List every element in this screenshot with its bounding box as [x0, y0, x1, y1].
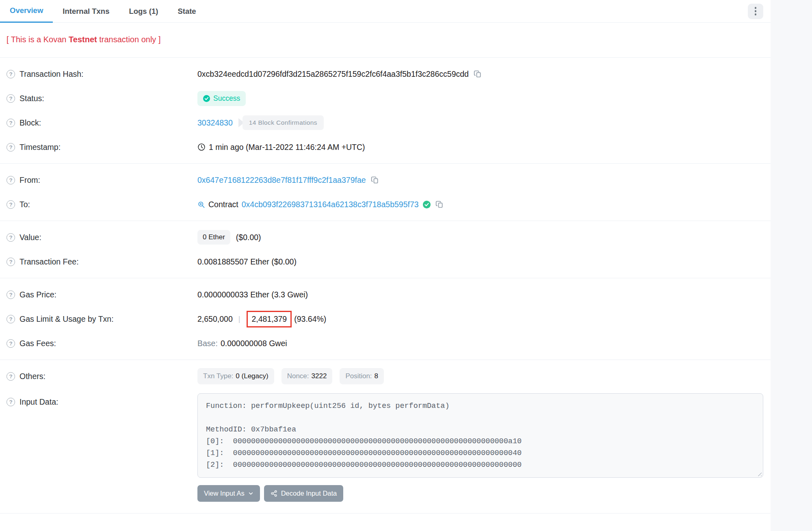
help-icon[interactable]: ?	[6, 143, 15, 152]
check-circle-icon	[203, 95, 210, 102]
row-label: Gas Limit & Usage by Txn:	[19, 314, 114, 324]
gas-separator: |	[238, 315, 240, 323]
decode-input-data-button[interactable]: Decode Input Data	[264, 485, 344, 502]
row-gas-price: ? Gas Price: 0.0000000033 Ether (3.3 Gwe…	[6, 282, 763, 307]
tab-logs-label: Logs (1)	[129, 7, 158, 16]
to-address-link[interactable]: 0x4cb093f226983713164a62138c3f718a5b595f…	[242, 200, 419, 209]
help-icon[interactable]: ?	[6, 372, 15, 381]
timestamp-text: 1 min ago (Mar-11-2022 11:46:24 AM +UTC)	[209, 143, 365, 152]
help-icon[interactable]: ?	[6, 315, 15, 323]
notice-bold: Testnet	[69, 35, 97, 44]
more-options-button[interactable]	[748, 4, 763, 19]
row-timestamp: ? Timestamp: 1 min ago (Mar-11-2022 11:4…	[6, 135, 763, 159]
row-label: Status:	[19, 94, 44, 103]
nonce-badge: Nonce: 3222	[281, 368, 333, 384]
decode-icon	[271, 490, 277, 497]
row-block: ? Block: 30324830 14 Block Confirmations	[6, 111, 763, 135]
help-icon[interactable]: ?	[6, 176, 15, 184]
tab-overview-label: Overview	[10, 6, 43, 15]
row-label: Block:	[19, 118, 41, 128]
transaction-fee-text: 0.0081885507 Ether ($0.00)	[197, 257, 297, 267]
help-icon[interactable]: ?	[6, 70, 15, 78]
row-label: To:	[19, 200, 30, 209]
clock-icon	[197, 143, 206, 151]
row-label: Value:	[19, 233, 41, 242]
to-type-text: Contract	[208, 200, 238, 209]
row-transaction-hash: ? Transaction Hash: 0xcb324eedcd1d07296f…	[6, 62, 763, 86]
gas-used-text: 2,481,379	[251, 314, 287, 323]
row-label: From:	[19, 176, 40, 185]
gas-limit-text: 2,650,000	[197, 314, 233, 324]
tab-bar: Overview Internal Txns Logs (1) State	[0, 0, 771, 23]
status-text: Success	[213, 94, 240, 103]
help-icon[interactable]: ?	[6, 119, 15, 127]
notice-prefix: [ This is a Kovan	[6, 35, 69, 44]
block-confirmations-badge: 14 Block Confirmations	[238, 115, 324, 130]
decode-input-data-label: Decode Input Data	[281, 490, 337, 497]
position-label: Position:	[345, 372, 372, 380]
help-icon[interactable]: ?	[6, 200, 15, 209]
kebab-icon	[755, 7, 757, 15]
view-input-as-label: View Input As	[204, 490, 245, 497]
block-confirmations-text: 14 Block Confirmations	[243, 115, 324, 130]
row-label: Transaction Fee:	[19, 257, 79, 267]
value-usd-text: ($0.00)	[236, 233, 261, 242]
row-label: Timestamp:	[19, 143, 61, 152]
group-value-fee: ? Value: 0 Ether ($0.00) ? Transaction F…	[0, 221, 771, 278]
help-icon[interactable]: ?	[6, 398, 15, 406]
view-input-as-button[interactable]: View Input As	[197, 485, 260, 502]
copy-from-address-button[interactable]	[370, 175, 380, 185]
notice-suffix: transaction only ]	[97, 35, 161, 44]
row-label: Input Data:	[19, 397, 58, 407]
row-label: Others:	[19, 372, 45, 381]
status-badge: Success	[197, 91, 246, 106]
row-label: Transaction Hash:	[19, 69, 84, 79]
row-label: Gas Price:	[19, 290, 56, 299]
input-data-textarea[interactable]: Function: performUpkeep(uint256 id, byte…	[197, 393, 763, 478]
tab-internal-txns[interactable]: Internal Txns	[53, 0, 119, 23]
help-icon[interactable]: ?	[6, 290, 15, 299]
gas-fees-base-label: Base:	[197, 339, 218, 348]
help-icon[interactable]: ?	[6, 233, 15, 242]
gas-price-text: 0.0000000033 Ether (3.3 Gwei)	[197, 290, 308, 299]
row-status: ? Status: Success	[6, 86, 763, 111]
copy-icon	[371, 176, 379, 184]
gas-used-annotation-box: 2,481,379	[247, 311, 292, 327]
group-addresses: ? From: 0x647e7168122263d8e7f81f17fff9c2…	[0, 164, 771, 221]
row-input-data: ? Input Data: Function: performUpkeep(ui…	[6, 391, 763, 502]
copy-icon	[435, 200, 444, 208]
row-others: ? Others: Txn Type: 0 (Legacy) Nonce: 32…	[6, 364, 763, 388]
transaction-detail-card: Overview Internal Txns Logs (1) State [ …	[0, 0, 771, 531]
tab-state[interactable]: State	[168, 0, 206, 23]
txn-type-badge: Txn Type: 0 (Legacy)	[197, 368, 274, 384]
tab-logs[interactable]: Logs (1)	[119, 0, 168, 23]
row-label: Gas Fees:	[19, 339, 56, 348]
testnet-notice: [ This is a Kovan Testnet transaction on…	[0, 23, 771, 58]
row-gas-fees: ? Gas Fees: Base: 0.000000008 Gwei	[6, 331, 763, 355]
row-value: ? Value: 0 Ether ($0.00)	[6, 225, 763, 249]
help-icon[interactable]: ?	[6, 94, 15, 103]
value-badge: 0 Ether	[197, 230, 230, 245]
copy-hash-button[interactable]	[473, 69, 483, 79]
copy-to-address-button[interactable]	[435, 199, 444, 209]
row-from: ? From: 0x647e7168122263d8e7f81f17fff9c2…	[6, 168, 763, 192]
magnifier-icon[interactable]	[197, 201, 205, 208]
row-transaction-fee: ? Transaction Fee: 0.0081885507 Ether ($…	[6, 249, 763, 274]
position-badge: Position: 8	[340, 368, 384, 384]
nonce-value: 3222	[312, 372, 327, 380]
block-number-link[interactable]: 30324830	[197, 118, 233, 128]
transaction-hash-value: 0xcb324eedcd1d07296fdf3d215a2865275f159c…	[197, 69, 469, 79]
nonce-label: Nonce:	[287, 372, 309, 380]
copy-icon	[474, 70, 482, 78]
help-icon[interactable]: ?	[6, 339, 15, 348]
tab-list: Overview Internal Txns Logs (1) State	[0, 0, 206, 23]
txn-type-value: 0 (Legacy)	[236, 372, 268, 380]
verified-check-icon	[423, 201, 431, 208]
chevron-down-icon	[248, 491, 253, 496]
from-address-link[interactable]: 0x647e7168122263d8e7f81f17fff9c2f1aa379f…	[197, 176, 366, 185]
txn-type-label: Txn Type:	[203, 372, 233, 380]
position-value: 8	[375, 372, 378, 380]
tab-overview[interactable]: Overview	[0, 0, 53, 23]
gas-used-percent-text: (93.64%)	[294, 314, 326, 324]
help-icon[interactable]: ?	[6, 258, 15, 266]
